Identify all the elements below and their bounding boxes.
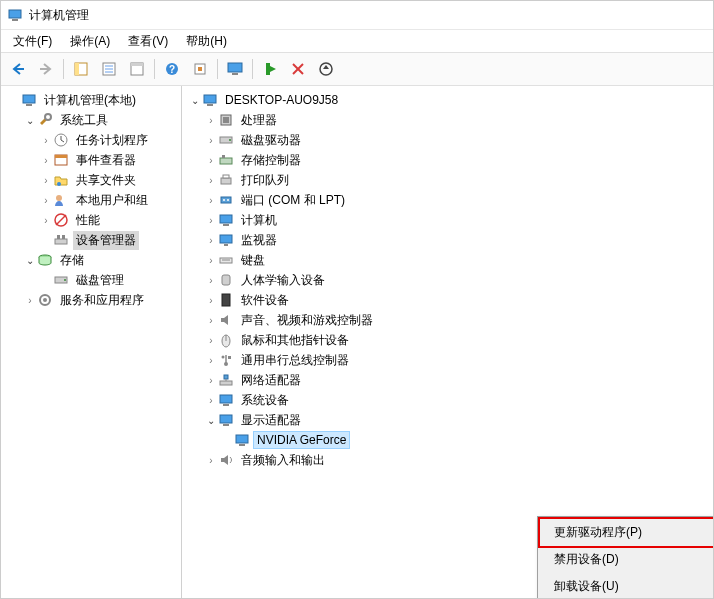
svg-marker-16 <box>270 66 276 72</box>
svg-point-36 <box>64 279 66 281</box>
nav-disk-mgmt[interactable]: 磁盘管理 <box>37 270 181 290</box>
device-cat-storage_ctrl[interactable]: ›存储控制器 <box>202 150 713 170</box>
device-cat-audio_io[interactable]: ›音频输入和输出 <box>202 450 713 470</box>
device-cat-monitors[interactable]: ›监视器 <box>202 230 713 250</box>
help-button[interactable]: ? <box>159 57 185 81</box>
device-cat-disk_drives[interactable]: ›磁盘驱动器 <box>202 130 713 150</box>
device-tree[interactable]: ⌄ DESKTOP-AUO9J58 ›处理器›磁盘驱动器›存储控制器›打印队列›… <box>182 86 713 598</box>
chevron-right-icon[interactable]: › <box>23 293 37 307</box>
chevron-right-icon[interactable]: › <box>204 113 218 127</box>
chevron-right-icon[interactable]: › <box>39 173 53 187</box>
nav-root[interactable]: 计算机管理(本地) <box>5 90 181 110</box>
nav-shared-folders[interactable]: › 共享文件夹 <box>37 170 181 190</box>
device-cat-computer_cat[interactable]: ›计算机 <box>202 210 713 230</box>
chevron-right-icon[interactable]: › <box>204 233 218 247</box>
monitor-button[interactable] <box>222 57 248 81</box>
device-cat-sound-label: 声音、视频和游戏控制器 <box>238 311 376 330</box>
chevron-right-icon[interactable]: › <box>204 333 218 347</box>
device-cat-software_dev[interactable]: ›软件设备 <box>202 290 713 310</box>
device-cat-ports[interactable]: ›端口 (COM 和 LPT) <box>202 190 713 210</box>
chevron-right-icon[interactable]: › <box>204 293 218 307</box>
device-cat-system_devices[interactable]: ›系统设备 <box>202 390 713 410</box>
nav-system-tools-label: 系统工具 <box>57 111 111 130</box>
svg-rect-33 <box>62 235 65 239</box>
nav-local-users[interactable]: › 本地用户和组 <box>37 190 181 210</box>
chevron-right-icon[interactable]: › <box>204 153 218 167</box>
chevron-right-icon[interactable]: › <box>204 273 218 287</box>
chevron-right-icon[interactable]: › <box>204 393 218 407</box>
properties-button[interactable] <box>96 57 122 81</box>
chevron-right-icon[interactable]: › <box>204 313 218 327</box>
chevron-down-icon[interactable]: ⌄ <box>23 113 37 127</box>
menu-action[interactable]: 操作(A) <box>62 31 118 52</box>
export-button[interactable] <box>124 57 150 81</box>
nav-storage-label: 存储 <box>57 251 87 270</box>
refresh-button[interactable] <box>187 57 213 81</box>
chevron-down-icon[interactable]: ⌄ <box>188 93 202 107</box>
device-cat-display[interactable]: ⌄显示适配器 <box>202 410 713 430</box>
chevron-right-icon[interactable]: › <box>204 373 218 387</box>
context-menu: 更新驱动程序(P) 禁用设备(D) 卸载设备(U) 扫描检测硬件改动(A) 属性… <box>537 516 713 598</box>
show-hide-tree-button[interactable] <box>68 57 94 81</box>
device-cat-hid[interactable]: ›人体学输入设备 <box>202 270 713 290</box>
device-cat-display-label: 显示适配器 <box>238 411 304 430</box>
device-manager-icon <box>53 232 69 248</box>
svg-rect-48 <box>223 175 229 178</box>
device-cat-network[interactable]: ›网络适配器 <box>202 370 713 390</box>
svg-rect-0 <box>9 10 21 18</box>
nav-system-tools[interactable]: ⌄ 系统工具 <box>21 110 181 130</box>
tools-icon <box>37 112 53 128</box>
update-driver-button[interactable] <box>313 57 339 81</box>
nav-services-apps[interactable]: › 服务和应用程序 <box>21 290 181 310</box>
svg-point-38 <box>43 298 47 302</box>
audio_io-icon <box>218 452 234 468</box>
chevron-right-icon[interactable]: › <box>204 213 218 227</box>
svg-rect-47 <box>221 178 231 184</box>
back-button[interactable] <box>5 57 31 81</box>
device-cat-processors[interactable]: ›处理器 <box>202 110 713 130</box>
menu-help[interactable]: 帮助(H) <box>178 31 235 52</box>
nav-task-scheduler[interactable]: › 任务计划程序 <box>37 130 181 150</box>
toolbar-separator <box>63 59 64 79</box>
cm-uninstall[interactable]: 卸载设备(U) <box>540 573 713 598</box>
computer-icon <box>202 92 218 108</box>
cm-update-driver[interactable]: 更新驱动程序(P) <box>540 519 713 546</box>
device-cat-sound[interactable]: ›声音、视频和游戏控制器 <box>202 310 713 330</box>
device-cat-system_devices-label: 系统设备 <box>238 391 292 410</box>
device-cat-print_queues[interactable]: ›打印队列 <box>202 170 713 190</box>
cm-disable-device[interactable]: 禁用设备(D) <box>540 546 713 573</box>
device-cat-audio_io-label: 音频输入和输出 <box>238 451 328 470</box>
nav-event-viewer[interactable]: › 事件查看器 <box>37 150 181 170</box>
nav-performance[interactable]: › 性能 <box>37 210 181 230</box>
nav-storage[interactable]: ⌄ 存储 <box>21 250 181 270</box>
chevron-right-icon[interactable]: › <box>204 193 218 207</box>
device-cat-mice[interactable]: ›鼠标和其他指针设备 <box>202 330 713 350</box>
chevron-right-icon[interactable]: › <box>204 253 218 267</box>
device-nvidia[interactable]: NVIDIA GeForce <box>218 430 713 450</box>
chevron-down-icon[interactable]: ⌄ <box>204 413 218 427</box>
svg-rect-45 <box>220 158 232 164</box>
nav-performance-label: 性能 <box>73 211 103 230</box>
enable-button[interactable] <box>257 57 283 81</box>
device-cat-usb[interactable]: ›通用串行总线控制器 <box>202 350 713 370</box>
device-cat-keyboards[interactable]: ›键盘 <box>202 250 713 270</box>
menu-file[interactable]: 文件(F) <box>5 31 60 52</box>
forward-button[interactable] <box>33 57 59 81</box>
chevron-down-icon[interactable]: ⌄ <box>23 253 37 267</box>
left-nav-tree[interactable]: 计算机管理(本地) ⌄ 系统工具 <box>1 86 182 598</box>
chevron-right-icon[interactable]: › <box>204 353 218 367</box>
network-icon <box>218 372 234 388</box>
disable-button[interactable] <box>285 57 311 81</box>
expander-icon <box>7 93 21 107</box>
expander-icon <box>220 433 234 447</box>
menu-view[interactable]: 查看(V) <box>120 31 176 52</box>
chevron-right-icon[interactable]: › <box>39 133 53 147</box>
chevron-right-icon[interactable]: › <box>204 173 218 187</box>
chevron-right-icon[interactable]: › <box>39 213 53 227</box>
chevron-right-icon[interactable]: › <box>204 453 218 467</box>
nav-device-manager[interactable]: 设备管理器 <box>37 230 181 250</box>
chevron-right-icon[interactable]: › <box>39 193 53 207</box>
chevron-right-icon[interactable]: › <box>39 153 53 167</box>
device-root[interactable]: ⌄ DESKTOP-AUO9J58 <box>186 90 713 110</box>
chevron-right-icon[interactable]: › <box>204 133 218 147</box>
